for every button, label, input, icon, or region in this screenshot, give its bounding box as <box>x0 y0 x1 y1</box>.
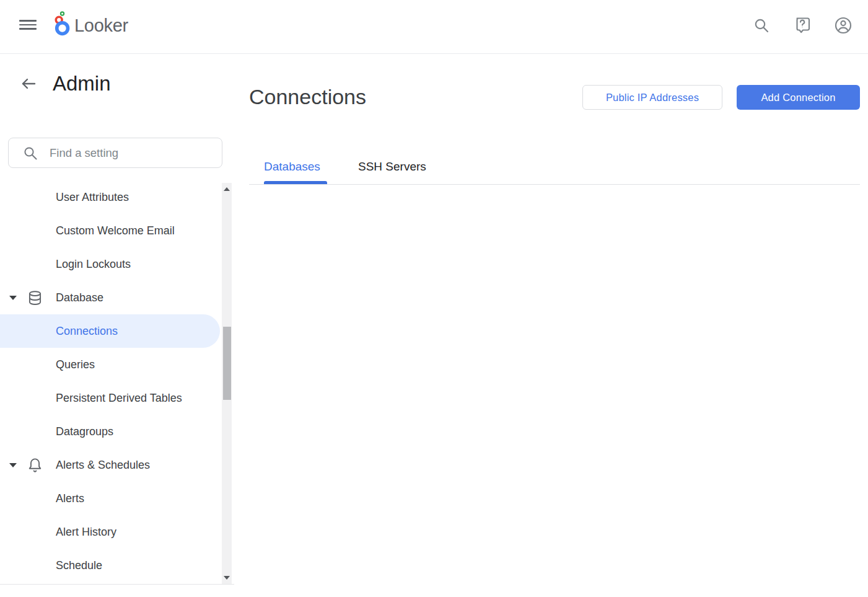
admin-settings-nav: User Attributes Custom Welcome Email Log… <box>0 180 222 582</box>
sidebar-item-user-attributes[interactable]: User Attributes <box>0 180 222 214</box>
page-section-title: Admin <box>53 70 111 97</box>
hamburger-menu-icon[interactable] <box>19 20 37 30</box>
page-title: Connections <box>249 82 366 111</box>
sidebar-item-label: Connections <box>56 325 118 338</box>
sidebar-item-custom-welcome-email[interactable]: Custom Welcome Email <box>0 214 222 247</box>
add-connection-button[interactable]: Add Connection <box>737 85 860 110</box>
sidebar-item-datagroups[interactable]: Datagroups <box>0 415 222 448</box>
scrollbar-thumb[interactable] <box>223 327 231 400</box>
sidebar-section-database[interactable]: Database <box>0 281 222 314</box>
sidebar-item-queries[interactable]: Queries <box>0 348 222 381</box>
tab-databases[interactable]: Databases <box>264 149 320 184</box>
find-setting-searchbox <box>8 138 222 168</box>
chevron-down-icon[interactable] <box>9 463 17 467</box>
looker-logo-icon <box>54 11 71 36</box>
sidebar-item-label: Alerts <box>56 492 84 505</box>
sidebar-bottom-divider <box>0 584 234 585</box>
sidebar-item-label: Persistent Derived Tables <box>56 392 182 405</box>
app-title[interactable]: Looker <box>74 14 128 37</box>
scroll-down-arrow-icon[interactable] <box>224 576 230 580</box>
sidebar-item-label: Schedule <box>56 559 102 572</box>
sidebar-section-alerts-schedules[interactable]: Alerts & Schedules <box>0 448 222 482</box>
public-ip-addresses-button[interactable]: Public IP Addresses <box>582 85 722 110</box>
sidebar-item-schedule[interactable]: Schedule <box>0 549 222 582</box>
looker-admin-connections-page: Looker Admin User Attributes <box>0 0 868 597</box>
sidebar-item-label: Datagroups <box>56 425 113 438</box>
help-icon[interactable] <box>793 16 812 35</box>
top-app-bar: Looker <box>0 0 868 54</box>
sidebar-item-persistent-derived-tables[interactable]: Persistent Derived Tables <box>0 381 222 415</box>
sidebar-item-label: User Attributes <box>56 191 129 204</box>
search-icon <box>22 145 38 161</box>
sidebar-item-login-lockouts[interactable]: Login Lockouts <box>0 247 222 281</box>
sidebar-item-connections[interactable]: Connections <box>0 314 220 348</box>
sidebar-scrollbar[interactable] <box>222 183 232 584</box>
chevron-down-icon[interactable] <box>9 296 17 300</box>
database-icon <box>27 290 43 306</box>
sidebar-item-alert-history[interactable]: Alert History <box>0 515 222 549</box>
scroll-up-arrow-icon[interactable] <box>224 187 230 191</box>
account-icon[interactable] <box>834 16 853 35</box>
search-icon[interactable] <box>752 16 771 35</box>
bell-icon <box>27 457 43 474</box>
tabs-divider <box>249 184 860 185</box>
sidebar-section-label: Alerts & Schedules <box>56 459 150 472</box>
sidebar-item-alerts[interactable]: Alerts <box>0 482 222 515</box>
sidebar-item-label: Login Lockouts <box>56 258 131 271</box>
search-input[interactable] <box>50 139 217 167</box>
sidebar-item-label: Alert History <box>56 526 116 539</box>
back-arrow-icon[interactable] <box>20 75 37 92</box>
sidebar-section-label: Database <box>56 291 103 304</box>
sidebar-item-label: Queries <box>56 358 95 371</box>
sidebar-item-label: Custom Welcome Email <box>56 224 175 237</box>
tab-ssh-servers[interactable]: SSH Servers <box>358 149 426 184</box>
